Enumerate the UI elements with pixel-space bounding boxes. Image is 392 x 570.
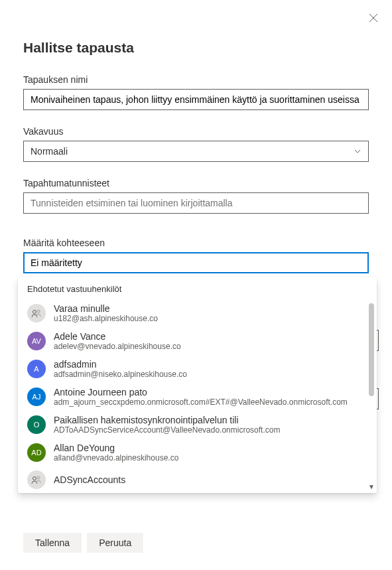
suggestion-item[interactable]: OPaikallisen hakemistosynkronointipalvel… bbox=[18, 411, 377, 439]
suggestion-name: Varaa minulle bbox=[54, 303, 158, 314]
tags-field: Tapahtumatunnisteet bbox=[23, 178, 369, 214]
suggestion-item[interactable]: ADSyncAccounts bbox=[18, 466, 377, 493]
tags-input[interactable] bbox=[23, 192, 369, 214]
dialog-title: Hallitse tapausta bbox=[23, 40, 369, 56]
close-button[interactable] bbox=[367, 12, 380, 25]
cancel-button[interactable]: Peruuta bbox=[87, 533, 143, 553]
suggestion-email: alland@vnevado.alpineskihouse.co bbox=[54, 453, 178, 463]
suggestion-name: Antoine Journeen pato bbox=[54, 387, 348, 397]
suggestion-item[interactable]: Aadfsadminadfsadmin@niseko.alpineskihous… bbox=[18, 355, 377, 383]
suggestion-email: u182@ash.alpineskihouse.co bbox=[54, 314, 158, 323]
suggestion-name: adfsadmin bbox=[54, 359, 187, 370]
incident-name-field: Tapauksen nimi bbox=[23, 74, 369, 110]
severity-value: Normaali bbox=[31, 146, 68, 157]
severity-label: Vakavuus bbox=[23, 126, 369, 137]
suggestion-item[interactable]: Varaa minulleu182@ash.alpineskihouse.co bbox=[18, 299, 377, 327]
suggestion-name: Adele Vance bbox=[54, 331, 181, 342]
suggestion-email: ADToAADSyncServiceAccount@ValleeNevado.o… bbox=[54, 425, 280, 435]
suggestion-email: adfsadmin@niseko.alpineskihouse.co bbox=[54, 370, 187, 379]
suggestion-list[interactable]: ▼ Varaa minulleu182@ash.alpineskihouse.c… bbox=[18, 299, 377, 493]
svg-point-0 bbox=[33, 311, 36, 314]
svg-point-3 bbox=[37, 476, 40, 479]
close-icon bbox=[369, 13, 378, 23]
assign-dropdown: Ehdotetut vastuuhenkilöt ▼ Varaa minulle… bbox=[18, 277, 377, 493]
avatar bbox=[27, 470, 46, 489]
incident-name-label: Tapauksen nimi bbox=[23, 74, 369, 85]
avatar: A bbox=[27, 360, 46, 378]
scrollbar[interactable]: ▼ bbox=[369, 303, 374, 489]
severity-select[interactable]: Normaali bbox=[23, 141, 369, 162]
suggestion-item[interactable]: AJAntoine Journeen patoadm_ajourn_seccxp… bbox=[18, 383, 377, 411]
scrollbar-down-icon[interactable]: ▼ bbox=[368, 483, 375, 490]
tags-label: Tapahtumatunnisteet bbox=[23, 178, 369, 188]
footer-buttons: Tallenna Peruuta bbox=[23, 533, 143, 553]
suggestion-name: Paikallisen hakemistosynkronointipalvelu… bbox=[54, 415, 280, 425]
suggestion-email: adm_ajourn_seccxpdemo.onmicrosoft.com#EX… bbox=[54, 397, 348, 407]
suggestion-name: ADSyncAccounts bbox=[54, 474, 125, 485]
severity-field: Vakavuus Normaali bbox=[23, 126, 369, 162]
assign-label: Määritä kohteeseen bbox=[23, 238, 369, 248]
avatar: AD bbox=[27, 443, 46, 462]
suggestion-item[interactable]: ADAllan DeYoungalland@vnevado.alpineskih… bbox=[18, 439, 377, 466]
svg-point-1 bbox=[37, 310, 40, 313]
suggestion-email: adelev@vnevado.alpineskihouse.co bbox=[54, 342, 181, 351]
incident-name-input[interactable] bbox=[23, 89, 369, 110]
save-button[interactable]: Tallenna bbox=[23, 533, 82, 553]
assign-input[interactable] bbox=[23, 252, 369, 273]
avatar: AJ bbox=[27, 388, 46, 406]
scrollbar-thumb[interactable] bbox=[369, 303, 374, 396]
avatar: O bbox=[27, 415, 46, 434]
svg-point-2 bbox=[33, 477, 36, 480]
avatar bbox=[27, 304, 46, 322]
dropdown-header: Ehdotetut vastuuhenkilöt bbox=[18, 277, 377, 299]
assign-field: Määritä kohteeseen Ehdotetut vastuuhenki… bbox=[23, 238, 369, 273]
suggestion-item[interactable]: AVAdele Vanceadelev@vnevado.alpineskihou… bbox=[18, 327, 377, 355]
avatar: AV bbox=[27, 332, 46, 350]
chevron-down-icon bbox=[354, 147, 361, 155]
suggestion-name: Allan DeYoung bbox=[54, 443, 178, 453]
